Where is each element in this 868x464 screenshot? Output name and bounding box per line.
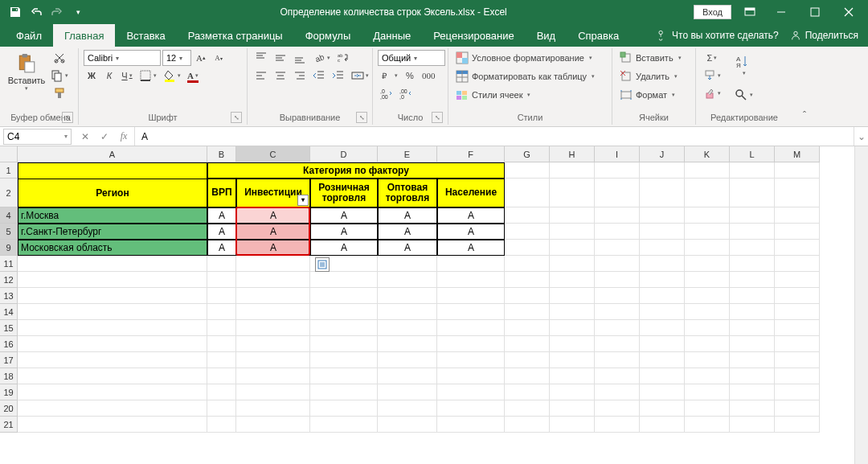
cell-I21[interactable] [595, 417, 640, 433]
cell-H4[interactable] [550, 207, 595, 224]
underline-button[interactable]: Ч [119, 68, 135, 84]
decrease-decimal-button[interactable]: ,00,0 [397, 85, 415, 101]
cell-K17[interactable] [685, 352, 730, 368]
cell-A19[interactable] [18, 384, 207, 400]
cell-I20[interactable] [595, 400, 640, 417]
column-header-B[interactable]: B [207, 146, 236, 162]
number-format-combo[interactable]: Общий [378, 50, 445, 66]
cell-C15[interactable] [236, 320, 310, 336]
cell-B19[interactable] [207, 384, 236, 400]
column-header-D[interactable]: D [310, 146, 378, 162]
cell-F15[interactable] [437, 320, 505, 336]
cell-C9[interactable]: А [236, 240, 310, 256]
cell-H20[interactable] [550, 400, 595, 417]
cell-D5[interactable]: А [310, 224, 378, 240]
cell-B5[interactable]: А [207, 224, 236, 240]
cell-J11[interactable] [640, 256, 685, 272]
cell-M12[interactable] [775, 272, 820, 288]
cell-I15[interactable] [595, 320, 640, 336]
tab-review[interactable]: Рецензирование [422, 24, 525, 47]
cell-H11[interactable] [550, 256, 595, 272]
cell-K1[interactable] [685, 162, 730, 179]
cell-K12[interactable] [685, 272, 730, 288]
cell-M11[interactable] [775, 256, 820, 272]
cell-K5[interactable] [685, 224, 730, 240]
clipboard-launcher[interactable]: ⤡ [62, 112, 73, 123]
cell-G9[interactable] [505, 240, 550, 256]
column-header-A[interactable]: A [18, 146, 207, 162]
cell-H18[interactable] [550, 368, 595, 384]
cell-E17[interactable] [378, 352, 437, 368]
cell-B9[interactable]: А [207, 240, 236, 256]
font-launcher[interactable]: ⤡ [231, 112, 242, 123]
cell-I2[interactable] [595, 179, 640, 207]
cell-F21[interactable] [437, 417, 505, 433]
cell-D13[interactable] [310, 288, 378, 304]
row-header-4[interactable]: 4 [0, 207, 18, 224]
tab-layout[interactable]: Разметка страницы [177, 24, 294, 47]
ribbon-display-icon[interactable] [739, 2, 760, 23]
cell-A12[interactable] [18, 272, 207, 288]
align-center-button[interactable] [272, 68, 289, 84]
formula-input[interactable]: А [135, 131, 854, 142]
cell-M1[interactable] [775, 162, 820, 179]
font-name-combo[interactable]: Calibri [84, 50, 161, 66]
cell-I14[interactable] [595, 304, 640, 320]
format-painter-button[interactable] [48, 85, 71, 101]
cancel-formula-button[interactable]: ✕ [76, 129, 94, 145]
cell-J1[interactable] [640, 162, 685, 179]
cell-G5[interactable] [505, 224, 550, 240]
cell-E14[interactable] [378, 304, 437, 320]
cell-C18[interactable] [236, 368, 310, 384]
cell-I17[interactable] [595, 352, 640, 368]
cell-K19[interactable] [685, 384, 730, 400]
cell-F14[interactable] [437, 304, 505, 320]
cell-A15[interactable] [18, 320, 207, 336]
cell-I16[interactable] [595, 336, 640, 352]
cell-G19[interactable] [505, 384, 550, 400]
cell-F4[interactable]: А [437, 207, 505, 224]
cell-L14[interactable] [730, 304, 775, 320]
font-color-button[interactable]: A [185, 68, 201, 84]
cell-L20[interactable] [730, 400, 775, 417]
row-header-21[interactable]: 21 [0, 417, 18, 433]
cell-F11[interactable] [437, 256, 505, 272]
cell-H14[interactable] [550, 304, 595, 320]
cell-A2[interactable]: Регион [18, 179, 207, 207]
cell-B15[interactable] [207, 320, 236, 336]
redo-icon[interactable] [48, 3, 66, 21]
cell-H21[interactable] [550, 417, 595, 433]
cell-M4[interactable] [775, 207, 820, 224]
cell-B4[interactable]: А [207, 207, 236, 224]
cell-M9[interactable] [775, 240, 820, 256]
clear-button[interactable] [701, 85, 723, 101]
cell-K9[interactable] [685, 240, 730, 256]
cell-D4[interactable]: А [310, 207, 378, 224]
cell-M14[interactable] [775, 304, 820, 320]
cell-C20[interactable] [236, 400, 310, 417]
cell-H2[interactable] [550, 179, 595, 207]
cell-H12[interactable] [550, 272, 595, 288]
cell-I18[interactable] [595, 368, 640, 384]
cell-F18[interactable] [437, 368, 505, 384]
cell-E4[interactable]: А [378, 207, 437, 224]
cell-M16[interactable] [775, 336, 820, 352]
format-cells-button[interactable]: Формат [617, 87, 678, 103]
cell-L12[interactable] [730, 272, 775, 288]
cell-F2[interactable]: Население [437, 179, 505, 207]
cell-C13[interactable] [236, 288, 310, 304]
bold-button[interactable]: Ж [84, 68, 100, 84]
cell-M17[interactable] [775, 352, 820, 368]
cell-A4[interactable]: г.Москва [18, 207, 207, 224]
row-header-20[interactable]: 20 [0, 400, 18, 417]
cell-A1[interactable] [18, 162, 207, 179]
column-header-M[interactable]: M [775, 146, 820, 162]
row-header-18[interactable]: 18 [0, 368, 18, 384]
cell-L11[interactable] [730, 256, 775, 272]
increase-font-button[interactable]: A▴ [193, 50, 209, 66]
cell-L9[interactable] [730, 240, 775, 256]
cell-J12[interactable] [640, 272, 685, 288]
cell-J13[interactable] [640, 288, 685, 304]
cell-B11[interactable] [207, 256, 236, 272]
cell-B21[interactable] [207, 417, 236, 433]
